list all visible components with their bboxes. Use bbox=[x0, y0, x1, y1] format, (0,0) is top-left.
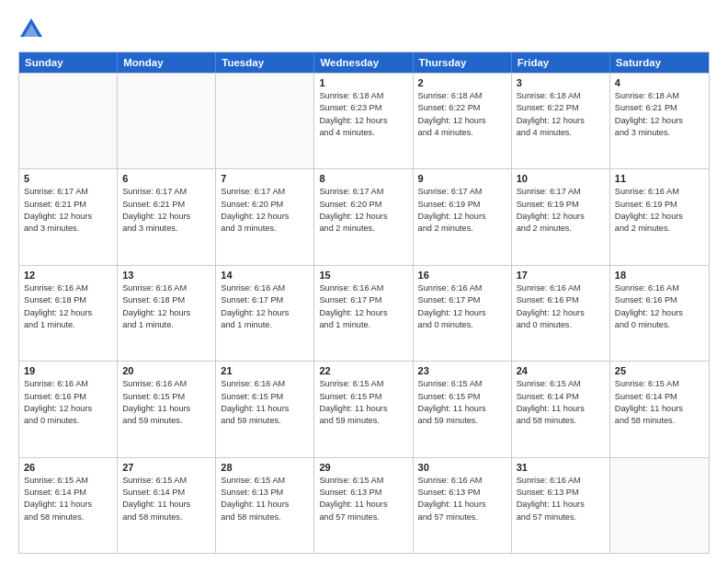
cell-line: and 57 minutes. bbox=[319, 511, 407, 523]
cell-line: Daylight: 12 hours bbox=[221, 211, 309, 223]
cell-line: Sunrise: 6:16 AM bbox=[122, 282, 210, 294]
cell-line: Sunset: 6:16 PM bbox=[615, 294, 704, 306]
day-cell-17: 17Sunrise: 6:16 AMSunset: 6:16 PMDayligh… bbox=[512, 266, 610, 361]
day-number: 1 bbox=[319, 77, 407, 88]
header bbox=[18, 17, 710, 42]
cell-line: Sunrise: 6:16 AM bbox=[517, 475, 605, 487]
cell-line: Sunrise: 6:16 AM bbox=[122, 378, 210, 390]
cell-line: and 4 minutes. bbox=[418, 127, 506, 139]
cell-line: Sunset: 6:13 PM bbox=[221, 487, 309, 499]
cell-line: Sunset: 6:13 PM bbox=[319, 487, 407, 499]
day-number: 13 bbox=[122, 270, 210, 281]
cell-line: Daylight: 11 hours bbox=[319, 499, 407, 511]
cell-line: Daylight: 12 hours bbox=[122, 211, 210, 223]
day-cell-28: 28Sunrise: 6:15 AMSunset: 6:13 PMDayligh… bbox=[216, 458, 314, 553]
header-day-monday: Monday bbox=[118, 52, 216, 73]
cell-line: and 0 minutes. bbox=[517, 319, 605, 331]
calendar-header: SundayMondayTuesdayWednesdayThursdayFrid… bbox=[19, 52, 709, 73]
day-number: 31 bbox=[517, 462, 605, 473]
day-number: 19 bbox=[24, 365, 112, 376]
cell-line: Sunrise: 6:15 AM bbox=[24, 475, 112, 487]
day-number: 28 bbox=[221, 462, 309, 473]
week-row-2: 12Sunrise: 6:16 AMSunset: 6:18 PMDayligh… bbox=[19, 265, 709, 361]
cell-line: and 58 minutes. bbox=[517, 415, 605, 427]
day-number: 29 bbox=[319, 462, 407, 473]
cell-line: Daylight: 12 hours bbox=[319, 211, 407, 223]
cell-line: and 0 minutes. bbox=[418, 319, 506, 331]
day-number: 24 bbox=[517, 365, 605, 376]
cell-line: Sunrise: 6:15 AM bbox=[615, 378, 704, 390]
cell-line: Daylight: 12 hours bbox=[319, 307, 407, 319]
cell-line: Daylight: 11 hours bbox=[221, 403, 309, 415]
cell-line: Sunset: 6:19 PM bbox=[517, 199, 605, 211]
cell-line: Sunset: 6:22 PM bbox=[517, 102, 605, 114]
calendar: SundayMondayTuesdayWednesdayThursdayFrid… bbox=[18, 52, 710, 554]
cell-line: Daylight: 12 hours bbox=[418, 115, 506, 127]
cell-line: and 3 minutes. bbox=[24, 223, 112, 235]
cell-line: Sunset: 6:19 PM bbox=[615, 199, 704, 211]
day-number: 11 bbox=[615, 173, 704, 184]
cell-line: Sunrise: 6:16 AM bbox=[615, 186, 704, 198]
day-number: 6 bbox=[122, 173, 210, 184]
day-number: 16 bbox=[418, 270, 506, 281]
cell-line: and 58 minutes. bbox=[221, 511, 309, 523]
cell-line: Sunrise: 6:16 AM bbox=[24, 378, 112, 390]
cell-line: Daylight: 12 hours bbox=[418, 307, 506, 319]
cell-line: Daylight: 11 hours bbox=[221, 499, 309, 511]
calendar-body: 1Sunrise: 6:18 AMSunset: 6:23 PMDaylight… bbox=[19, 73, 709, 553]
cell-line: Daylight: 12 hours bbox=[24, 211, 112, 223]
day-cell-13: 13Sunrise: 6:16 AMSunset: 6:18 PMDayligh… bbox=[118, 266, 216, 361]
cell-line: and 3 minutes. bbox=[615, 127, 704, 139]
day-cell-15: 15Sunrise: 6:16 AMSunset: 6:17 PMDayligh… bbox=[314, 266, 413, 361]
day-number: 4 bbox=[615, 77, 704, 88]
logo bbox=[18, 17, 48, 42]
cell-line: Daylight: 12 hours bbox=[319, 115, 407, 127]
empty-cell-0-0 bbox=[19, 74, 118, 168]
cell-line: Daylight: 12 hours bbox=[615, 211, 704, 223]
header-day-sunday: Sunday bbox=[19, 52, 118, 73]
day-cell-21: 21Sunrise: 6:16 AMSunset: 6:15 PMDayligh… bbox=[216, 362, 314, 456]
cell-line: and 59 minutes. bbox=[418, 415, 506, 427]
day-cell-4: 4Sunrise: 6:18 AMSunset: 6:21 PMDaylight… bbox=[610, 74, 709, 168]
cell-line: Sunrise: 6:18 AM bbox=[517, 90, 605, 102]
logo-icon bbox=[18, 17, 44, 42]
day-number: 2 bbox=[418, 77, 506, 88]
cell-line: Sunset: 6:23 PM bbox=[319, 102, 407, 114]
cell-line: Daylight: 11 hours bbox=[517, 403, 605, 415]
day-number: 9 bbox=[418, 173, 506, 184]
cell-line: and 58 minutes. bbox=[122, 511, 210, 523]
day-number: 10 bbox=[517, 173, 605, 184]
cell-line: Sunset: 6:15 PM bbox=[221, 391, 309, 403]
week-row-1: 5Sunrise: 6:17 AMSunset: 6:21 PMDaylight… bbox=[19, 168, 709, 264]
cell-line: Sunset: 6:16 PM bbox=[517, 294, 605, 306]
day-cell-10: 10Sunrise: 6:17 AMSunset: 6:19 PMDayligh… bbox=[512, 169, 610, 264]
day-cell-2: 2Sunrise: 6:18 AMSunset: 6:22 PMDaylight… bbox=[414, 74, 512, 168]
cell-line: Sunrise: 6:17 AM bbox=[24, 186, 112, 198]
cell-line: Daylight: 11 hours bbox=[517, 499, 605, 511]
cell-line: Sunrise: 6:16 AM bbox=[24, 282, 112, 294]
cell-line: Sunrise: 6:16 AM bbox=[517, 282, 605, 294]
cell-line: Sunrise: 6:16 AM bbox=[221, 378, 309, 390]
day-cell-5: 5Sunrise: 6:17 AMSunset: 6:21 PMDaylight… bbox=[19, 169, 118, 264]
day-cell-20: 20Sunrise: 6:16 AMSunset: 6:15 PMDayligh… bbox=[118, 362, 216, 456]
cell-line: and 1 minute. bbox=[221, 319, 309, 331]
cell-line: Sunrise: 6:16 AM bbox=[615, 282, 704, 294]
day-number: 12 bbox=[24, 270, 112, 281]
cell-line: Sunset: 6:20 PM bbox=[221, 199, 309, 211]
cell-line: Daylight: 12 hours bbox=[517, 307, 605, 319]
week-row-4: 26Sunrise: 6:15 AMSunset: 6:14 PMDayligh… bbox=[19, 457, 709, 553]
cell-line: Sunrise: 6:16 AM bbox=[418, 475, 506, 487]
day-number: 22 bbox=[319, 365, 407, 376]
day-cell-22: 22Sunrise: 6:15 AMSunset: 6:15 PMDayligh… bbox=[314, 362, 413, 456]
cell-line: Sunset: 6:21 PM bbox=[24, 199, 112, 211]
cell-line: and 2 minutes. bbox=[615, 223, 704, 235]
cell-line: and 2 minutes. bbox=[319, 223, 407, 235]
day-number: 20 bbox=[122, 365, 210, 376]
cell-line: Sunset: 6:14 PM bbox=[517, 391, 605, 403]
cell-line: Sunset: 6:18 PM bbox=[24, 294, 112, 306]
cell-line: Sunrise: 6:17 AM bbox=[319, 186, 407, 198]
cell-line: Daylight: 12 hours bbox=[122, 307, 210, 319]
cell-line: Sunrise: 6:16 AM bbox=[319, 282, 407, 294]
cell-line: Daylight: 12 hours bbox=[24, 307, 112, 319]
day-cell-7: 7Sunrise: 6:17 AMSunset: 6:20 PMDaylight… bbox=[216, 169, 314, 264]
